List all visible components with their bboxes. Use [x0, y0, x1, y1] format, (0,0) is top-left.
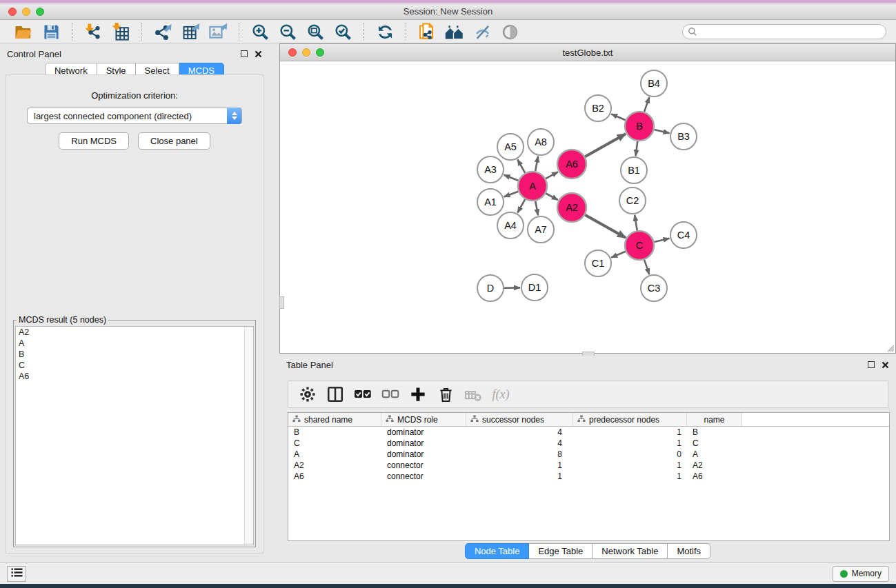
node-B2[interactable]: B2: [585, 95, 611, 121]
cell[interactable]: dominator: [381, 438, 466, 448]
export-table-button[interactable]: [179, 21, 202, 42]
export-network-button[interactable]: [151, 21, 175, 42]
cell[interactable]: dominator: [381, 427, 466, 437]
node-C3[interactable]: C3: [641, 275, 667, 301]
network-zoom-button[interactable]: [316, 48, 324, 57]
node-B1[interactable]: B1: [621, 157, 647, 183]
home-button[interactable]: [443, 21, 466, 42]
table-row[interactable]: A6connector11A6: [288, 471, 889, 482]
zoom-window-button[interactable]: [36, 8, 44, 16]
task-history-button[interactable]: [7, 566, 26, 582]
cell[interactable]: 4: [466, 438, 573, 448]
result-item[interactable]: A6: [16, 371, 253, 382]
cell[interactable]: A: [687, 449, 742, 459]
tab-motifs[interactable]: Motifs: [668, 543, 710, 559]
node-C4[interactable]: C4: [670, 222, 697, 248]
search-input[interactable]: [682, 24, 886, 39]
node-A4[interactable]: A4: [497, 212, 524, 239]
node-D1[interactable]: D1: [521, 274, 548, 301]
node-B[interactable]: B: [625, 112, 654, 141]
minimize-window-button[interactable]: [22, 8, 30, 16]
edge-C-C4[interactable]: [654, 239, 669, 242]
delete-column-button[interactable]: [459, 383, 487, 406]
import-table-button[interactable]: [109, 21, 132, 42]
column-header-MCDS-role[interactable]: MCDS role: [381, 413, 466, 426]
export-image-button[interactable]: [206, 21, 230, 42]
cell[interactable]: connector: [381, 472, 466, 481]
cell[interactable]: C: [288, 438, 381, 448]
close-window-button[interactable]: [8, 8, 17, 16]
zoom-in-button[interactable]: [248, 21, 272, 42]
cell[interactable]: 1: [466, 460, 573, 470]
result-scrollbar[interactable]: [244, 327, 253, 545]
network-canvas[interactable]: B4B2BB3A5A8A6A3B1AA1C2A2A4A7C4CC1DD1C3: [280, 61, 895, 353]
edge-A-A8[interactable]: [535, 156, 538, 172]
edge-C-C2[interactable]: [635, 215, 637, 231]
edge-C-C3[interactable]: [644, 260, 649, 274]
table-row[interactable]: Bdominator41B: [288, 427, 889, 438]
cell[interactable]: 1: [573, 438, 687, 448]
edge-B-B1[interactable]: [636, 141, 638, 156]
node-A1[interactable]: A1: [477, 189, 504, 215]
birds-eye-view-button[interactable]: [498, 21, 521, 42]
node-A8[interactable]: A8: [528, 129, 554, 155]
cell[interactable]: B: [687, 427, 742, 437]
result-item[interactable]: B: [16, 349, 253, 360]
network-from-file-button[interactable]: [415, 21, 439, 42]
columns-button[interactable]: [321, 383, 349, 406]
cell[interactable]: 1: [573, 427, 687, 437]
save-button[interactable]: [39, 21, 63, 42]
node-D[interactable]: D: [477, 275, 504, 301]
memory-button[interactable]: Memory: [833, 566, 889, 582]
cell[interactable]: 1: [573, 460, 687, 470]
cell[interactable]: 8: [466, 449, 573, 459]
cell[interactable]: A6: [288, 472, 381, 481]
table-row[interactable]: Adominator80A: [288, 449, 889, 460]
node-C1[interactable]: C1: [585, 250, 611, 276]
node-table[interactable]: shared nameMCDS rolesuccessor nodesprede…: [288, 412, 890, 541]
cell[interactable]: A2: [288, 460, 381, 470]
node-C[interactable]: C: [625, 231, 654, 260]
column-header-shared-name[interactable]: shared name: [288, 413, 381, 426]
tab-edge-table[interactable]: Edge Table: [529, 543, 593, 559]
cell[interactable]: connector: [381, 460, 466, 470]
result-item[interactable]: A2: [16, 327, 253, 338]
cell[interactable]: B: [288, 427, 381, 437]
deselect-all-button[interactable]: [377, 383, 404, 406]
table-row[interactable]: Cdominator41C: [288, 438, 889, 449]
edge-A2-C[interactable]: [585, 215, 626, 238]
zoom-out-button[interactable]: [276, 21, 299, 42]
add-button[interactable]: [404, 383, 432, 406]
edge-A-A3[interactable]: [504, 175, 519, 181]
node-A[interactable]: A: [518, 172, 547, 201]
cell[interactable]: 1: [573, 472, 687, 481]
zoom-selected-button[interactable]: [331, 21, 355, 42]
network-graph[interactable]: B4B2BB3A5A8A6A3B1AA1C2A2A4A7C4CC1DD1C3: [280, 61, 895, 353]
node-B3[interactable]: B3: [670, 123, 697, 150]
edge-A-A2[interactable]: [546, 194, 557, 201]
import-network-button[interactable]: [81, 21, 105, 42]
cell[interactable]: 0: [573, 449, 687, 459]
table-row[interactable]: A2connector11A2: [288, 460, 889, 471]
cell[interactable]: A6: [687, 472, 742, 481]
cell[interactable]: dominator: [381, 449, 466, 459]
cell[interactable]: C: [687, 438, 742, 448]
hide-graphics-details-button[interactable]: [470, 21, 494, 42]
table-close-panel-icon[interactable]: [882, 361, 889, 369]
edge-B-B3[interactable]: [654, 130, 669, 133]
delete-button[interactable]: [432, 383, 459, 406]
settings-button[interactable]: [294, 383, 321, 406]
function-button[interactable]: f(x): [487, 383, 515, 406]
criterion-select[interactable]: largest connected component (directed): [27, 108, 242, 124]
network-minimize-button[interactable]: [302, 48, 310, 57]
edge-C-C1[interactable]: [611, 252, 626, 258]
column-header-successor-nodes[interactable]: successor nodes: [466, 413, 573, 426]
close-panel-button[interactable]: Close panel: [138, 132, 210, 150]
mcds-result-list[interactable]: A2ABCA6: [15, 326, 254, 545]
edge-A6-B[interactable]: [585, 134, 626, 156]
node-B4[interactable]: B4: [641, 70, 667, 97]
node-A6[interactable]: A6: [557, 150, 586, 179]
tab-node-table[interactable]: Node Table: [465, 543, 530, 559]
node-A2[interactable]: A2: [557, 193, 586, 222]
vertical-split-handle[interactable]: [279, 296, 284, 309]
